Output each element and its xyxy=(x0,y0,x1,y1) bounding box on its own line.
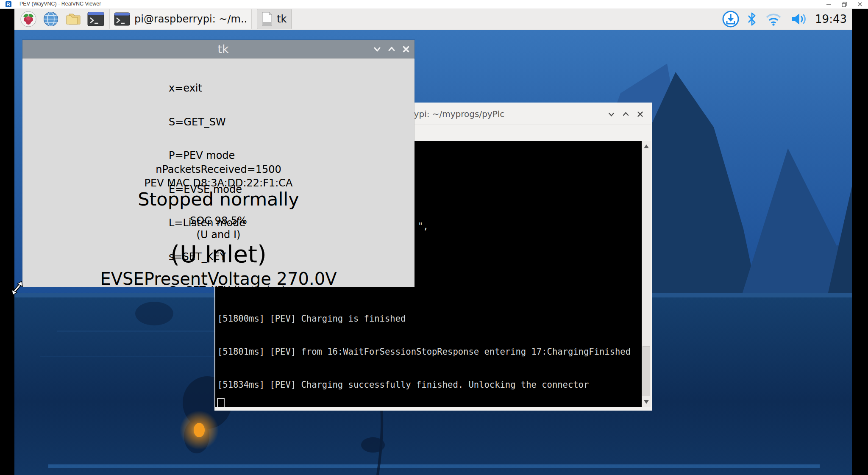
taskbar-clock[interactable]: 19:43 xyxy=(815,13,847,25)
tk-close-button[interactable] xyxy=(401,45,410,54)
vnc-close-button[interactable] xyxy=(857,1,863,8)
tk-window-body: x=exit S=GET_SW P=PEV mode E=EVSE mode L… xyxy=(22,58,415,287)
scrollbar-thumb[interactable] xyxy=(643,346,650,396)
terminal-cursor xyxy=(217,398,225,407)
tk-status-label: Stopped normally xyxy=(22,190,415,209)
terminal-maximize-button[interactable] xyxy=(622,110,630,118)
tk-soc-label: SOC 98.5% xyxy=(22,215,415,227)
resize-cursor-icon xyxy=(11,280,24,295)
raspberry-menu-button[interactable] xyxy=(20,11,37,28)
taskbar-window-tk-label: tk xyxy=(277,13,287,25)
remote-desktop: pi@raspberrypi: ~/m.. tk xyxy=(14,8,852,475)
tk-titlebar[interactable]: tk xyxy=(22,40,415,58)
terminal-scrollbar[interactable] xyxy=(642,141,651,407)
tk-inlet-label: (U Inlet) xyxy=(22,242,415,266)
terminal-log: [51800ms] [PEV] Charging is finished [51… xyxy=(217,291,631,407)
tk-maximize-button[interactable] xyxy=(387,45,396,54)
taskbar: pi@raspberrypi: ~/m.. tk xyxy=(14,8,852,30)
log-line: [51800ms] [PEV] Charging is finished xyxy=(217,313,631,324)
taskbar-window-tk[interactable]: tk xyxy=(257,9,291,29)
bluetooth-icon[interactable] xyxy=(747,12,757,26)
web-browser-button[interactable] xyxy=(42,11,59,28)
log-line: [51801ms] [PEV] from 16:WaitForSessionSt… xyxy=(217,346,631,357)
taskbar-window-terminal-label: pi@raspberrypi: ~/m.. xyxy=(134,13,247,25)
wifi-icon[interactable] xyxy=(764,12,783,26)
volume-icon[interactable] xyxy=(790,12,808,26)
tk-iconify-button[interactable] xyxy=(373,45,381,54)
log-line: [51834ms] [PEV] Charging successfully fi… xyxy=(217,379,631,390)
taskbar-window-terminal[interactable]: pi@raspberrypi: ~/m.. xyxy=(109,9,252,29)
vnc-restore-button[interactable] xyxy=(841,1,848,8)
terminal-launcher-button[interactable] xyxy=(87,11,104,28)
terminal-log-fragment: ", xyxy=(418,221,428,231)
scrollbar-down-arrow[interactable] xyxy=(644,400,649,404)
terminal-icon xyxy=(114,12,130,26)
status-tray: 19:43 xyxy=(722,8,847,30)
tk-packets-label: nPacketsReceived=1500 xyxy=(22,164,415,175)
tk-mode-label: (U and I) xyxy=(22,229,415,241)
scrollbar-up-arrow[interactable] xyxy=(644,144,649,148)
updates-icon[interactable] xyxy=(722,10,740,28)
realvnc-logo-icon xyxy=(6,1,11,7)
tk-mac-label: PEV MAC D8:3A:DD:22:F1:CA xyxy=(22,177,415,189)
tk-title: tk xyxy=(22,40,415,58)
tk-page-icon xyxy=(262,12,273,26)
vnc-titlebar[interactable]: PEV (WayVNC) - RealVNC Viewer xyxy=(0,0,868,9)
tk-voltage-label: EVSEPresentVoltage 270.0V xyxy=(22,270,415,287)
vnc-minimize-button[interactable] xyxy=(825,1,832,8)
vnc-window-title: PEV (WayVNC) - RealVNC Viewer xyxy=(19,1,101,7)
file-manager-button[interactable] xyxy=(65,11,82,28)
terminal-close-button[interactable] xyxy=(636,110,644,118)
terminal-iconify-button[interactable] xyxy=(607,110,615,118)
